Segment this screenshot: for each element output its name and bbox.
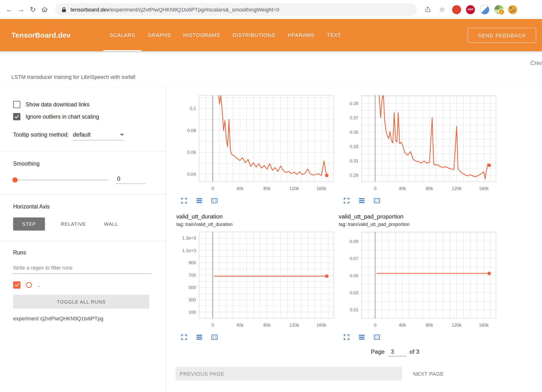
smoothing-slider-thumb[interactable] <box>12 177 18 182</box>
browser-toolbar: ← → ↻ tensorboard.dev/experiment/cj2vtPi… <box>0 0 542 19</box>
svg-text:40k: 40k <box>399 186 406 191</box>
run-list-item[interactable]: . <box>13 281 152 288</box>
ignore-outliers-row[interactable]: Ignore outliers in chart scaling <box>13 113 152 120</box>
profile-avatar[interactable]: 1 <box>494 5 503 14</box>
pagination: Page of 3 <box>371 348 542 356</box>
runs-filter-input[interactable] <box>13 265 151 274</box>
svg-text:0.07: 0.07 <box>350 256 358 261</box>
tab-distributions[interactable]: DISTRIBUTIONS <box>226 19 282 51</box>
lines-icon[interactable] <box>196 334 203 341</box>
axis-step-button[interactable]: STEP <box>13 217 45 231</box>
fit-to-data-icon[interactable] <box>211 197 218 204</box>
ignore-outliers-checkbox[interactable] <box>13 113 20 120</box>
svg-text:0.06: 0.06 <box>187 150 196 155</box>
chart-card-3: valid_utt_duration tag: train/valid_utt_… <box>176 213 338 341</box>
chart-title: valid_utt_pad_proportion <box>338 213 501 220</box>
scalar-chart-4[interactable]: 0.010.030.050.070.09040k80k120k160k <box>338 230 501 332</box>
svg-text:80k: 80k <box>263 186 271 191</box>
tab-hparams[interactable]: HPARAMS <box>282 19 321 51</box>
tooltip-sorting-label: Tooltip sorting method: <box>13 132 69 138</box>
extension-icon-cookie[interactable] <box>508 5 517 14</box>
show-download-links-checkbox[interactable] <box>13 101 20 108</box>
scalar-chart-1[interactable]: 0.040.060.080.1040k80k120k160k <box>176 93 338 196</box>
lines-icon[interactable] <box>358 197 365 204</box>
show-download-links-row[interactable]: Show data download links <box>13 101 152 108</box>
extension-icon-blocker[interactable] <box>452 5 461 14</box>
tooltip-sorting-dropdown[interactable]: default <box>73 131 124 140</box>
chart-3-actions <box>180 334 338 341</box>
divider <box>0 151 166 152</box>
show-download-links-label: Show data download links <box>26 101 90 108</box>
scalar-chart-2[interactable]: 0.290.310.330.350.370.39040k80k120k160k <box>338 93 501 196</box>
tab-histograms[interactable]: HISTOGRAMS <box>177 19 226 51</box>
previous-page-button[interactable]: PREVIOUS PAGE <box>176 367 402 381</box>
smoothing-slider[interactable] <box>13 179 108 180</box>
run-checkbox[interactable] <box>13 281 20 288</box>
abp-label: ABP <box>467 8 474 11</box>
brand-title: TensorBoard.dev <box>12 19 71 51</box>
lock-icon <box>62 7 66 12</box>
svg-text:0.37: 0.37 <box>350 115 358 120</box>
fullscreen-icon[interactable] <box>343 334 350 341</box>
chart-tag: tag: train/valid_utt_duration <box>176 222 338 227</box>
svg-text:120k: 120k <box>452 323 461 328</box>
fullscreen-icon[interactable] <box>180 197 188 204</box>
address-bar[interactable]: tensorboard.dev/experiment/cj2vtPiwQHKN9… <box>55 3 417 16</box>
svg-text:100: 100 <box>189 310 196 315</box>
fit-to-data-icon[interactable] <box>373 334 381 341</box>
svg-text:80k: 80k <box>263 323 271 328</box>
svg-text:1.1e+3: 1.1e+3 <box>182 248 196 253</box>
forward-icon[interactable]: → <box>15 4 27 15</box>
send-feedback-button[interactable]: SEND FEEDBACK <box>468 28 536 43</box>
svg-text:0: 0 <box>211 186 214 191</box>
svg-text:160k: 160k <box>479 323 489 328</box>
page-number-input[interactable] <box>388 349 406 357</box>
svg-text:0.05: 0.05 <box>350 273 358 278</box>
next-page-button[interactable]: NEXT PAGE <box>411 370 446 377</box>
svg-text:0.1: 0.1 <box>190 106 196 111</box>
divider <box>0 241 166 241</box>
experiment-id-text: experiment cj2vtPiwQHKN9Q1tx6PTpg <box>13 316 152 322</box>
scalar-chart-3[interactable]: 1003005007009001.1e+31.3e+3040k80k120k16… <box>176 230 338 332</box>
tab-scalars[interactable]: SCALARS <box>103 19 141 51</box>
fullscreen-icon[interactable] <box>180 334 188 341</box>
svg-text:80k: 80k <box>426 323 433 328</box>
extension-icon-abp[interactable]: ABP <box>466 5 475 14</box>
fit-to-data-icon[interactable] <box>373 197 381 204</box>
chart-card-1: 0.040.060.080.1040k80k120k160k <box>176 91 338 204</box>
back-icon[interactable]: ← <box>3 4 15 15</box>
fullscreen-icon[interactable] <box>343 197 350 204</box>
svg-text:0.33: 0.33 <box>350 144 358 149</box>
settings-sidebar: Show data download links Ignore outliers… <box>0 86 166 392</box>
bookmark-star-icon[interactable]: ☆ <box>437 4 447 15</box>
tab-graphs[interactable]: GRAPHS <box>141 19 177 51</box>
tab-text[interactable]: TEXT <box>321 19 347 51</box>
app-header: TensorBoard.dev SCALARS GRAPHS HISTOGRAM… <box>0 19 542 51</box>
axis-wall-button[interactable]: WALL <box>102 221 120 227</box>
svg-text:0: 0 <box>211 323 214 328</box>
tooltip-sorting-value: default <box>73 131 91 138</box>
svg-text:0.31: 0.31 <box>350 158 358 163</box>
svg-text:40k: 40k <box>399 323 406 328</box>
svg-text:0.29: 0.29 <box>350 173 358 178</box>
smoothing-value-input[interactable] <box>116 176 145 184</box>
fit-to-data-icon[interactable] <box>211 334 218 341</box>
svg-text:120k: 120k <box>289 186 299 191</box>
chart-title: valid_utt_duration <box>176 213 338 220</box>
axis-relative-button[interactable]: RELATIVE <box>59 221 88 227</box>
reload-icon[interactable]: ↻ <box>27 4 39 15</box>
lines-icon[interactable] <box>358 334 365 341</box>
charts-panel: 0.040.060.080.1040k80k120k160k 0.290.310… <box>166 86 542 392</box>
svg-text:80k: 80k <box>426 186 433 191</box>
extension-icon-half-circle[interactable] <box>480 5 489 14</box>
svg-text:0.08: 0.08 <box>187 128 196 133</box>
horizontal-axis-label: Horizontal Axis <box>13 204 152 210</box>
home-icon[interactable] <box>39 4 51 15</box>
chart-2-actions <box>343 197 501 204</box>
run-color-swatch-icon <box>26 282 32 288</box>
toggle-all-runs-button[interactable]: TOGGLE ALL RUNS <box>13 295 149 309</box>
svg-text:0.04: 0.04 <box>187 172 196 177</box>
tooltip-sorting-row: Tooltip sorting method: default <box>13 131 152 140</box>
lines-icon[interactable] <box>196 197 203 204</box>
share-icon[interactable] <box>422 4 433 15</box>
